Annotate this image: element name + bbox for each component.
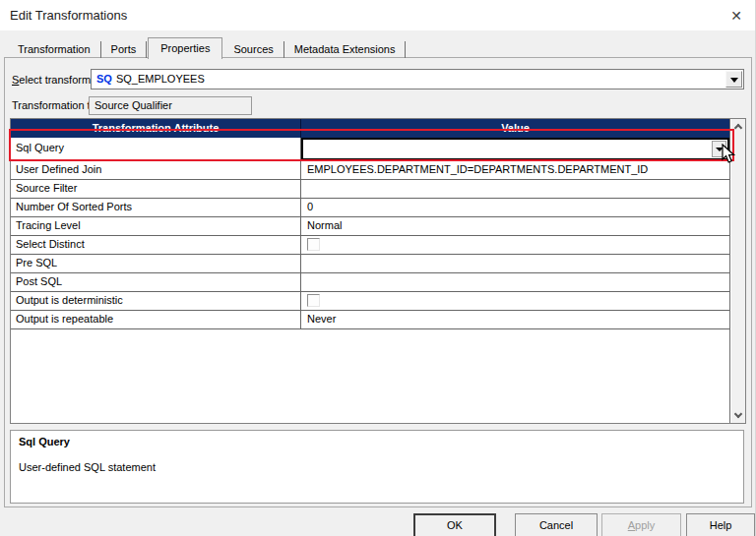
table-row-pre-sql[interactable]: Pre SQL [11,255,729,273]
value-cell[interactable] [301,180,729,198]
ok-button[interactable]: OK [413,513,496,536]
tab-properties[interactable]: Properties [148,37,222,59]
combo-dropdown-button[interactable] [725,71,742,88]
vertical-scrollbar[interactable] [731,119,745,423]
edit-transformations-dialog: Edit Transformations ✕ Transformation Po… [0,0,756,536]
column-header-value[interactable]: Value [301,119,729,138]
value-cell[interactable]: Never [301,311,729,328]
title-bar: Edit Transformations ✕ [0,0,756,30]
table-row-source-filter[interactable]: Source Filter [11,180,729,199]
attribute-cell[interactable]: User Defined Join [11,161,301,179]
transformation-name: SQ_EMPLOYEES [116,73,205,85]
source-qualifier-icon: SQ [96,73,112,85]
tab-ports[interactable]: Ports [101,41,148,58]
attribute-cell[interactable]: Pre SQL [11,255,301,272]
attribute-cell[interactable]: Tracing Level [11,217,301,235]
table-row-output-is-repeatable[interactable]: Output is repeatable Never [11,311,729,329]
checkbox-unchecked[interactable] [307,238,320,251]
apply-button[interactable]: Apply [601,513,681,536]
table-row-output-is-deterministic[interactable]: Output is deterministic [11,292,729,311]
value-cell[interactable] [301,273,729,291]
chevron-down-icon [716,148,724,151]
attribute-cell[interactable]: Select Distinct [11,236,301,254]
cancel-button[interactable]: Cancel [515,513,598,536]
table-header-row: Transformation Attribute Value [11,119,729,138]
attribute-cell[interactable]: Number Of Sorted Ports [11,199,301,216]
attribute-cell[interactable]: Post SQL [11,273,301,291]
value-cell[interactable]: EMPLOYEES.DEPARTMENT_ID=DEPARTMENTS.DEPA… [301,161,729,179]
attribute-cell[interactable]: Source Filter [11,180,301,198]
table-row-sql-query[interactable]: Sql Query [11,138,729,161]
column-header-attribute[interactable]: Transformation Attribute [11,119,301,138]
checkbox-unchecked[interactable] [307,294,320,307]
tab-bar: Transformation Ports Properties Sources … [8,37,406,58]
table-rows-region: Transformation Attribute Value Sql Query… [11,119,730,423]
table-row-user-defined-join[interactable]: User Defined Join EMPLOYEES.DEPARTMENT_I… [11,161,729,180]
sql-query-value-input[interactable] [305,141,697,157]
description-text: User-defined SQL statement [19,461,735,473]
attributes-table: Transformation Attribute Value Sql Query… [10,118,746,424]
combo-selected-value: SQSQ_EMPLOYEES [96,73,205,85]
attribute-description-panel: Sql Query User-defined SQL statement [10,430,744,504]
attribute-cell[interactable]: Output is repeatable [11,311,301,328]
close-icon[interactable]: ✕ [725,6,747,26]
sql-query-edit-box[interactable] [301,138,729,160]
sql-query-dropdown-button[interactable] [712,141,726,157]
help-button[interactable]: Help [686,513,755,536]
value-cell[interactable]: 0 [301,199,729,216]
value-cell[interactable] [301,138,729,160]
table-row-post-sql[interactable]: Post SQL [11,273,729,292]
table-row-select-distinct[interactable]: Select Distinct [11,236,729,255]
value-cell [301,292,729,310]
attribute-cell[interactable]: Sql Query [11,138,301,160]
tab-sources[interactable]: Sources [223,41,284,58]
dialog-title: Edit Transformations [10,8,127,23]
transformation-type-field: Source Qualifier [89,96,252,115]
value-cell[interactable] [301,255,729,272]
transformation-combobox[interactable]: SQSQ_EMPLOYEES [91,69,744,89]
attribute-cell[interactable]: Output is deterministic [11,292,301,310]
tab-metadata-extensions[interactable]: Metadata Extensions [284,41,407,58]
value-cell [301,236,729,254]
description-title: Sql Query [19,436,735,447]
scroll-up-icon[interactable] [734,124,742,132]
table-row-number-of-sorted-ports[interactable]: Number Of Sorted Ports 0 [11,199,729,217]
scroll-down-icon[interactable] [734,410,742,418]
apply-button-label: Apply [602,519,680,531]
tab-transformation[interactable]: Transformation [8,41,101,58]
value-cell[interactable]: Normal [301,217,729,235]
table-row-tracing-level[interactable]: Tracing Level Normal [11,217,729,236]
chevron-down-icon [730,78,738,83]
